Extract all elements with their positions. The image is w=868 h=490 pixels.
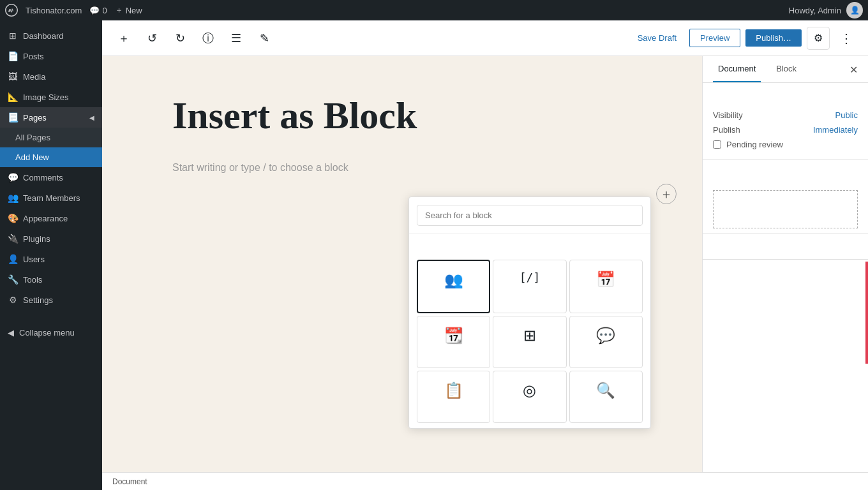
dashboard-icon: ⊞	[8, 31, 18, 41]
tab-document[interactable]: Document	[713, 56, 761, 82]
status-chevron-icon: ∧	[851, 91, 858, 100]
content-placeholder[interactable]: Start writing or type / to choose a bloc…	[172, 162, 632, 174]
settings-gear-button[interactable]: ⚙	[807, 27, 830, 50]
calendar-block-icon: 📆	[444, 327, 463, 345]
comments-icon-bar[interactable]: 💬 0	[89, 6, 107, 15]
rss-block-icon: ◎	[523, 382, 536, 399]
publish-button[interactable]: Publish…	[745, 29, 802, 47]
widgets-chevron-icon: ∧	[636, 239, 643, 249]
visibility-value[interactable]: Public	[835, 110, 858, 120]
widgets-block-grid: 👥 Team Members [/] Shortcode 📅 Archives	[409, 255, 650, 428]
sidebar-item-tools[interactable]: 🔧 Tools	[0, 269, 102, 290]
info-button[interactable]: ⓘ	[197, 27, 220, 50]
sidebar-item-media[interactable]: 🖼 Media	[0, 66, 102, 87]
posts-icon: 📄	[8, 51, 18, 61]
comments-icon: 💬	[8, 172, 18, 182]
pending-review-row: Pending review	[713, 137, 858, 152]
visibility-row: Visibility Public	[713, 108, 858, 122]
tab-block[interactable]: Block	[771, 56, 802, 82]
sidebar-item-appearance[interactable]: 🎨 Appearance	[0, 208, 102, 228]
sidebar: ⊞ Dashboard 📄 Posts 🖼 Media 📐 Image Size…	[0, 20, 102, 490]
featured-image-chevron-icon: ∧	[851, 168, 858, 177]
sidebar-item-add-new[interactable]: Add New	[0, 147, 102, 167]
collapse-icon: ◀	[8, 328, 14, 338]
latest-posts-block-icon: 📋	[444, 382, 463, 399]
block-inserter-popup: Widgets ∧ 👥 Team Members [/] Shortcode	[408, 197, 651, 429]
howdy-text: Howdy, Admin	[789, 6, 841, 15]
status-section-header[interactable]: Status & visibility ∧	[703, 83, 868, 108]
preview-button[interactable]: Preview	[689, 29, 740, 47]
sidebar-item-settings[interactable]: ⚙ Settings	[0, 290, 102, 310]
appearance-icon: 🎨	[8, 213, 18, 223]
users-icon: 👤	[8, 254, 18, 264]
publish-value[interactable]: Immediately	[813, 125, 858, 135]
categories-block-icon: ⊞	[523, 327, 536, 345]
wp-logo-icon	[5, 4, 18, 17]
sidebar-item-team-members[interactable]: 👥 Team Members	[0, 188, 102, 208]
inline-add-block-button[interactable]: ＋	[656, 184, 677, 204]
block-item-label: RSS	[522, 403, 538, 412]
block-item-search[interactable]: 🔍 Search	[569, 371, 643, 423]
plugins-icon: 🔌	[8, 234, 18, 244]
panel-close-button[interactable]: ✕	[847, 61, 860, 78]
shortcode-block-icon: [/]	[520, 271, 541, 284]
list-view-button[interactable]: ☰	[225, 27, 248, 50]
collapse-menu-button[interactable]: ◀ Collapse menu	[0, 323, 102, 343]
redo-button[interactable]: ↻	[168, 27, 191, 50]
block-item-team-members[interactable]: 👥 Team Members	[417, 260, 490, 313]
editor-canvas-inner: Insert as Block Start writing or type / …	[172, 94, 632, 174]
block-item-label: Search	[594, 403, 618, 412]
undo-button[interactable]: ↺	[140, 27, 163, 50]
footer-label: Document	[112, 477, 147, 486]
pages-submenu: All Pages Add New	[0, 128, 102, 167]
block-item-label: Categories	[511, 348, 548, 357]
block-search-input[interactable]	[417, 205, 643, 226]
latest-comments-block-icon: 💬	[596, 327, 615, 345]
admin-bar: Tishonator.com 💬 0 ＋ New Howdy, Admin 👤	[0, 0, 868, 20]
featured-image-header[interactable]: Featured Image ∧	[703, 160, 868, 185]
block-item-latest-posts[interactable]: 📋 Latest Posts	[417, 371, 490, 423]
sidebar-item-pages[interactable]: 📃 Pages ◀	[0, 107, 102, 128]
block-item-label: Shortcode	[513, 288, 548, 297]
right-panel: Document Block ✕ Status & visibility ∧ V…	[702, 56, 868, 472]
image-sizes-icon: 📐	[8, 92, 18, 102]
sidebar-item-posts[interactable]: 📄 Posts	[0, 46, 102, 66]
editor-toolbar: ＋ ↺ ↻ ⓘ ☰ ✎ Save Draft Preview Publish… …	[102, 20, 868, 56]
team-members-icon: 👥	[8, 193, 18, 203]
block-item-shortcode[interactable]: [/] Shortcode	[493, 260, 566, 313]
pages-arrow-icon: ◀	[89, 114, 94, 121]
sidebar-item-plugins[interactable]: 🔌 Plugins	[0, 228, 102, 249]
add-block-toolbar-button[interactable]: ＋	[112, 27, 135, 50]
featured-image-section: Featured Image ∧	[703, 160, 868, 234]
block-item-categories[interactable]: ⊞ Categories	[493, 316, 566, 368]
block-item-rss[interactable]: ◎ RSS	[493, 371, 566, 423]
user-avatar[interactable]: 👤	[846, 2, 863, 19]
save-draft-button[interactable]: Save Draft	[630, 29, 684, 47]
editor-canvas: Insert as Block Start writing or type / …	[102, 56, 702, 472]
block-item-latest-comments[interactable]: 💬 Latest Comments	[569, 316, 643, 368]
featured-image-area[interactable]	[713, 190, 858, 228]
block-inserter-search-area	[409, 197, 650, 234]
status-section-content: Visibility Public Publish Immediately Pe…	[703, 108, 868, 160]
extra-section-header[interactable]: ∧	[703, 234, 868, 259]
sidebar-item-dashboard[interactable]: ⊞ Dashboard	[0, 26, 102, 46]
block-item-label: Latest Comments	[576, 348, 636, 357]
pending-review-checkbox[interactable]	[713, 140, 721, 149]
sidebar-item-image-sizes[interactable]: 📐 Image Sizes	[0, 87, 102, 107]
new-content-button[interactable]: ＋ New	[115, 4, 142, 16]
block-item-archives[interactable]: 📅 Archives	[569, 260, 643, 313]
editor-area: ＋ ↺ ↻ ⓘ ☰ ✎ Save Draft Preview Publish… …	[102, 20, 868, 490]
settings-icon: ⚙	[8, 295, 18, 305]
sidebar-item-all-pages[interactable]: All Pages	[0, 128, 102, 147]
site-name[interactable]: Tishonator.com	[26, 6, 82, 15]
archives-block-icon: 📅	[596, 271, 615, 288]
sidebar-item-comments[interactable]: 💬 Comments	[0, 167, 102, 188]
sidebar-item-users[interactable]: 👤 Users	[0, 249, 102, 269]
pages-icon: 📃	[8, 112, 18, 122]
panel-scroll-area: Status & visibility ∧ Visibility Public …	[703, 83, 868, 472]
block-item-calendar[interactable]: 📆 Calendar	[417, 316, 490, 368]
more-options-button[interactable]: ⋮	[835, 27, 858, 50]
tools-button[interactable]: ✎	[253, 27, 276, 50]
page-title[interactable]: Insert as Block	[172, 94, 632, 137]
editor-footer: Document	[102, 472, 868, 490]
